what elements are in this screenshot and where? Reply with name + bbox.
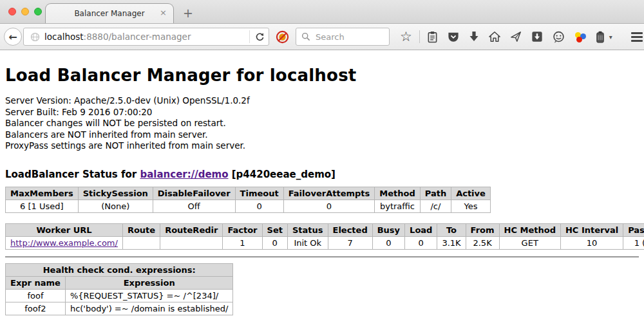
table-cell: GET	[499, 236, 560, 249]
balancer-demo-link[interactable]: balancer://demo	[140, 169, 228, 180]
column-header: To	[437, 223, 466, 236]
table-title: Health check cond. expressions:	[6, 263, 233, 276]
search-input[interactable]	[314, 32, 384, 42]
health-check-expressions-table: Health check cond. expressions:Expr name…	[5, 263, 233, 315]
url-bar[interactable]: localhost:8880/balancer-manager	[23, 28, 269, 46]
globe-icon	[30, 32, 40, 42]
proxypass-note-line: ProxyPass settings are NOT inherited fro…	[5, 140, 639, 152]
download-arrow-icon[interactable]	[469, 31, 479, 42]
reload-button[interactable]	[249, 30, 265, 43]
status-suffix: [p4420eeae_demo]	[229, 169, 336, 180]
worker-url-link[interactable]: http://www.example.com/	[10, 238, 118, 248]
send-plane-icon[interactable]	[510, 31, 522, 42]
column-header: HC Interval	[560, 223, 623, 236]
column-header: Method	[375, 187, 420, 200]
column-header: Active	[451, 187, 491, 200]
server-info: Server Version: Apache/2.5.0-dev (Unix) …	[5, 95, 639, 152]
page-title: Load Balancer Manager for localhost	[5, 66, 639, 85]
container-extension-icon[interactable]	[596, 31, 605, 43]
persist-note-line: Balancer changes will NOT be persisted o…	[5, 118, 639, 129]
server-built-line: Server Built: Feb 9 2016 07:00:20	[5, 107, 639, 118]
url-path: :8880/balancer-manager	[84, 32, 191, 42]
back-icon: ←	[8, 31, 17, 43]
table-cell: %{REQUEST_STATUS} =~ /^[234]/	[65, 289, 233, 302]
table-cell: foof	[6, 289, 66, 302]
toolbar-icons: ☆	[400, 30, 644, 43]
column-header: StickySession	[78, 187, 153, 200]
new-tab-button[interactable]: +	[183, 6, 193, 20]
adblock-icon[interactable]	[276, 30, 289, 44]
table-cell: (None)	[78, 200, 153, 212]
column-header: Busy	[372, 223, 404, 236]
table-cell: 0	[283, 200, 375, 212]
url-domain: localhost	[44, 32, 84, 42]
table-cell	[122, 236, 160, 249]
table-cell: 2.5K	[466, 236, 499, 249]
close-window-button[interactable]	[8, 8, 16, 15]
column-header: Expr name	[6, 276, 66, 289]
minimize-window-button[interactable]	[21, 8, 29, 15]
table-cell: hc('body') =~ /domain is established/	[65, 302, 233, 315]
table-cell: 10	[560, 236, 623, 249]
table-cell: Off	[153, 200, 235, 212]
table-cell: 1	[223, 236, 262, 249]
server-version-line: Server Version: Apache/2.5.0-dev (Unix) …	[5, 95, 639, 107]
chat-smiley-icon[interactable]	[553, 31, 565, 43]
table-cell: 3.1K	[437, 236, 466, 249]
table-cell: bytraffic	[375, 200, 420, 212]
table-cell: Init Ok	[287, 236, 328, 249]
url-text[interactable]: localhost:8880/balancer-manager	[44, 32, 245, 42]
menu-hamburger-icon[interactable]	[631, 32, 643, 42]
page-content: Load Balancer Manager for localhost Serv…	[0, 50, 644, 316]
column-header: Expression	[65, 276, 233, 289]
table-cell	[160, 236, 223, 249]
table-cell: 0	[405, 236, 437, 249]
navigation-toolbar: ← localhost:8880/balancer-manager ☆	[0, 24, 644, 50]
loadbalancer-status-heading: LoadBalancer Status for balancer://demo …	[5, 169, 639, 180]
column-header: Elected	[328, 223, 372, 236]
column-header: Passes	[623, 223, 644, 236]
column-header: Status	[287, 223, 328, 236]
browser-window: Balancer Manager × + ← localhost:8880/ba…	[0, 0, 644, 316]
column-header: Set	[262, 223, 287, 236]
column-header: Worker URL	[6, 223, 123, 236]
tab-title: Balancer Manager	[74, 9, 144, 18]
zoom-window-button[interactable]	[34, 8, 42, 15]
bookmark-star-icon[interactable]: ☆	[400, 30, 412, 43]
column-header: Route	[122, 223, 160, 236]
column-header: MaxMembers	[6, 187, 79, 200]
status-prefix: LoadBalancer Status for	[5, 169, 140, 180]
table-cell: Yes	[451, 200, 491, 212]
column-header: FailoverAttempts	[283, 187, 375, 200]
column-header: DisableFailover	[153, 187, 235, 200]
table-cell: 1 (0)	[623, 236, 644, 249]
table-cell: 6 [1 Used]	[6, 200, 79, 212]
home-icon[interactable]	[489, 31, 500, 42]
tab-balancer-manager[interactable]: Balancer Manager ×	[45, 3, 174, 23]
search-bar[interactable]	[296, 28, 390, 46]
clipboard-icon[interactable]	[427, 31, 438, 43]
divider-rule	[5, 256, 639, 258]
toolbar-divider	[419, 30, 420, 43]
table-cell: /c/	[420, 200, 451, 212]
chevron-down-icon[interactable]: ▾	[609, 33, 612, 41]
pocket-icon[interactable]	[448, 32, 459, 42]
back-button[interactable]: ←	[4, 28, 22, 46]
window-controls	[8, 8, 42, 15]
balancer-settings-table: MaxMembersStickySessionDisableFailoverTi…	[5, 187, 491, 213]
table-row: foof%{REQUEST_STATUS} =~ /^[234]/	[6, 289, 233, 302]
reload-icon	[255, 32, 265, 42]
table-cell: 0	[372, 236, 404, 249]
colored-dots-extension-icon[interactable]	[574, 31, 586, 42]
close-tab-icon[interactable]: ×	[160, 8, 167, 17]
table-row: http://www.example.com/10Init Ok7003.1K2…	[6, 236, 644, 249]
table-cell: 0	[262, 236, 287, 249]
column-header: HC Method	[499, 223, 560, 236]
table-row: 6 [1 Used](None)Off00bytraffic/c/Yes	[6, 200, 491, 212]
search-icon	[301, 32, 310, 41]
worker-status-table: Worker URLRouteRouteRedirFactorSetStatus…	[5, 223, 644, 250]
table-cell: http://www.example.com/	[6, 236, 123, 249]
column-header: RouteRedir	[160, 223, 223, 236]
balancers-note-line: Balancers are NOT inherited from main se…	[5, 129, 639, 141]
download-panel-icon[interactable]	[531, 31, 543, 42]
